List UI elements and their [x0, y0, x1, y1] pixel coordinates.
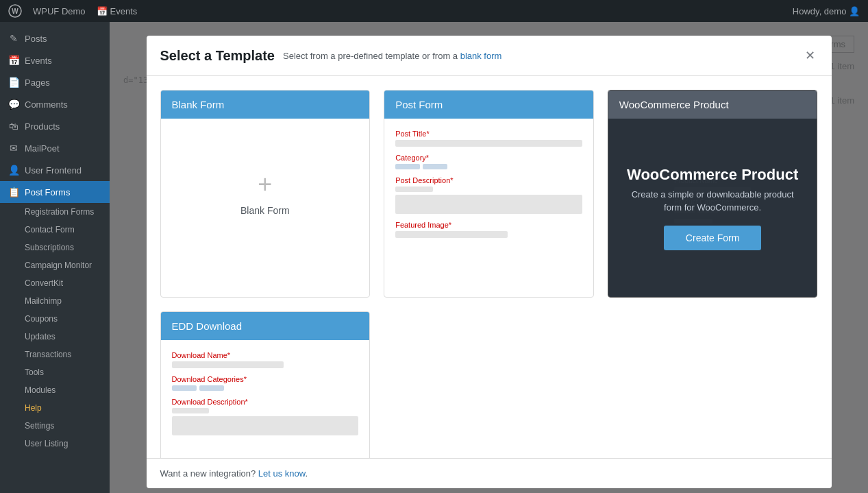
card-preview-post-form: Post Title* Category*: [384, 119, 593, 269]
mock-input-post-title: [395, 140, 582, 147]
sidebar-item-post-forms[interactable]: 📋 Post Forms: [0, 181, 110, 203]
template-modal: Select a Template Select from a pre-defi…: [147, 36, 832, 488]
sidebar-sub-help[interactable]: Help: [0, 399, 110, 417]
sidebar-item-pages[interactable]: 📄 Pages: [0, 71, 110, 93]
sidebar-sub-mailchimp[interactable]: Mailchimp: [0, 292, 110, 310]
template-card-edd[interactable]: EDD Download Download Name* Download Cat…: [160, 311, 371, 458]
mock-field-category: Category*: [395, 154, 582, 169]
sidebar-sub-coupons[interactable]: Coupons: [0, 310, 110, 328]
sidebar-sub-contact-form[interactable]: Contact Form: [0, 221, 110, 239]
sidebar-item-user-frontend[interactable]: 👤 User Frontend: [0, 159, 110, 181]
modal-title: Select a Template: [160, 48, 275, 64]
admin-bar: W WPUF Demo 📅 Events Howdy, demo 👤: [0, 0, 868, 22]
layout: ✎ Posts 📅 Events 📄 Pages 💬 Comments 🛍 Pr…: [0, 22, 868, 493]
sidebar-item-posts[interactable]: ✎ Posts: [0, 27, 110, 49]
blank-plus-icon: +: [258, 172, 272, 197]
sidebar-item-products[interactable]: 🛍 Products: [0, 115, 110, 137]
modal-header: Select a Template Select from a pre-defi…: [147, 36, 832, 76]
sidebar-sub-convertkit[interactable]: ConvertKit: [0, 274, 110, 292]
card-preview-woocommerce: Product Name* Product Categories* Produc…: [608, 119, 817, 297]
woo-overlay: WooCommerce Product Create a simple or d…: [608, 119, 817, 297]
admin-bar-events[interactable]: 📅 Events: [97, 6, 138, 16]
sidebar-sub-subscriptions[interactable]: Subscriptions: [0, 239, 110, 256]
sidebar-sub-campaign-monitor[interactable]: Campaign Monitor: [0, 256, 110, 274]
mock-field-download-name: Download Name*: [172, 351, 359, 368]
events-icon: 📅: [8, 55, 19, 66]
sidebar-sub-tools[interactable]: Tools: [0, 363, 110, 381]
mock-field-featured-image: Featured Image*: [395, 221, 582, 238]
admin-bar-user: Howdy, demo 👤: [793, 6, 860, 16]
mock-field-download-desc: Download Description*: [172, 398, 359, 435]
sidebar-sub-updates[interactable]: Updates: [0, 328, 110, 346]
card-header-edd: EDD Download: [161, 312, 370, 340]
sidebar: ✎ Posts 📅 Events 📄 Pages 💬 Comments 🛍 Pr…: [0, 22, 110, 493]
admin-bar-site-title[interactable]: WPUF Demo: [33, 6, 86, 16]
template-card-woocommerce[interactable]: WooCommerce Product Product Name* Produc…: [608, 90, 818, 298]
wp-logo[interactable]: W: [8, 4, 22, 18]
modal-body: Blank Form + Blank Form Post Form: [147, 76, 832, 458]
sidebar-sub-settings[interactable]: Settings: [0, 417, 110, 435]
mock-field-post-title: Post Title*: [395, 130, 582, 147]
svg-text:W: W: [12, 8, 18, 15]
mock-field-download-categories: Download Categories*: [172, 375, 359, 391]
woo-create-form-button[interactable]: Create Form: [664, 226, 762, 250]
products-icon: 🛍: [8, 121, 19, 132]
sidebar-sub-transactions[interactable]: Transactions: [0, 346, 110, 363]
sidebar-sub-registration-forms[interactable]: Registration Forms: [0, 203, 110, 221]
template-card-blank-form[interactable]: Blank Form + Blank Form: [160, 90, 371, 298]
blank-form-label: Blank Form: [240, 205, 290, 216]
sidebar-item-events[interactable]: 📅 Events: [0, 49, 110, 71]
pages-icon: 📄: [8, 77, 19, 88]
modal-footer: Want a new integration? Let us know.: [147, 458, 832, 488]
admin-bar-left: W WPUF Demo 📅 Events: [8, 4, 137, 18]
mock-tags-category: [395, 164, 582, 169]
sidebar-sub-modules[interactable]: Modules: [0, 381, 110, 399]
modal-close-button[interactable]: ✕: [802, 47, 818, 64]
card-header-blank-form: Blank Form: [161, 91, 370, 119]
sidebar-item-comments[interactable]: 💬 Comments: [0, 93, 110, 115]
sidebar-sub-user-listing[interactable]: User Listing: [0, 435, 110, 453]
modal-subtitle: Select from a pre-defined template or fr…: [283, 51, 501, 61]
post-forms-icon: 📋: [8, 187, 19, 197]
mock-tags-download-cat: [172, 385, 359, 391]
comments-icon: 💬: [8, 99, 19, 110]
posts-icon: ✎: [8, 33, 19, 44]
let-us-know-link[interactable]: Let us know: [258, 468, 306, 479]
mock-field-post-desc: Post Description*: [395, 176, 582, 214]
template-card-post-form[interactable]: Post Form Post Title* Category*: [384, 90, 594, 298]
card-header-post-form: Post Form: [384, 91, 593, 119]
modal-overlay[interactable]: Select a Template Select from a pre-defi…: [110, 22, 868, 493]
blank-form-link[interactable]: blank form: [460, 51, 502, 61]
card-preview-edd: Download Name* Download Categories*: [161, 340, 370, 458]
woo-overlay-title: WooCommerce Product: [627, 166, 798, 184]
woo-overlay-desc: Create a simple or downloadable product …: [622, 188, 804, 215]
mock-textarea-post-desc: [395, 195, 582, 214]
card-preview-blank-form: + Blank Form: [161, 119, 370, 269]
mailpoet-icon: ✉: [8, 143, 19, 154]
mock-textarea-download-desc: [172, 416, 359, 435]
main-content: Search Forms 1 item d="131" 1 item Selec…: [110, 22, 868, 493]
templates-grid: Blank Form + Blank Form Post Form: [160, 90, 818, 458]
card-header-woocommerce: WooCommerce Product: [608, 91, 817, 119]
sidebar-item-mailpoet[interactable]: ✉ MailPoet: [0, 137, 110, 159]
user-frontend-icon: 👤: [8, 165, 19, 176]
